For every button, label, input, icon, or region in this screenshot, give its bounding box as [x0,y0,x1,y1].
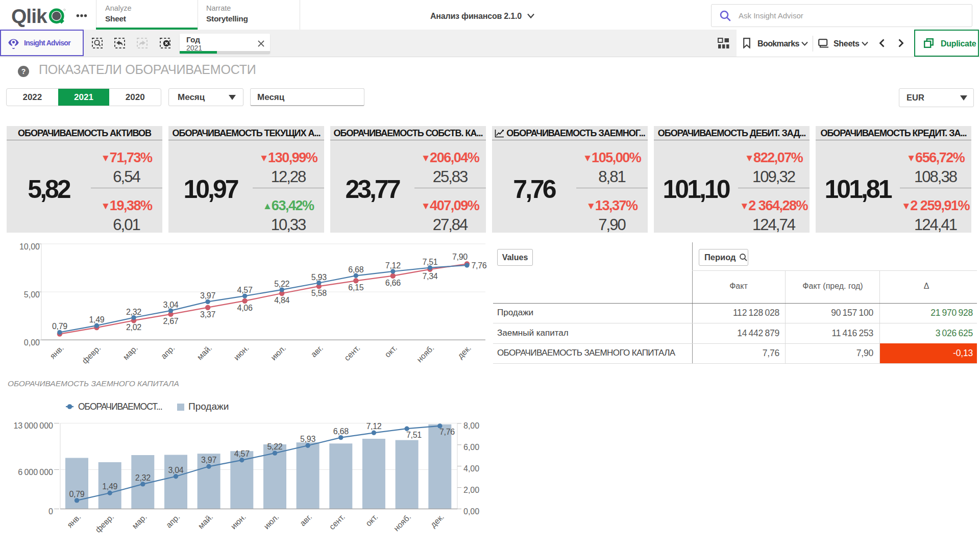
svg-text:5,00: 5,00 [24,290,40,299]
svg-text:июл.: июл. [269,343,287,362]
svg-text:7,12: 7,12 [366,422,381,431]
svg-text:7,34: 7,34 [422,272,437,281]
svg-text:2,67: 2,67 [163,317,179,325]
svg-text:0,00: 0,00 [24,338,40,347]
svg-text:2,32: 2,32 [126,308,141,316]
svg-text:2,02: 2,02 [126,323,141,332]
svg-text:февр.: февр. [93,512,115,534]
svg-text:1,49: 1,49 [102,482,117,491]
svg-text:0,00: 0,00 [463,507,479,516]
svg-text:0,79: 0,79 [69,490,85,498]
svg-text:0: 0 [48,507,53,516]
svg-text:нояб.: нояб. [392,512,412,533]
svg-text:5,58: 5,58 [311,289,327,297]
svg-text:6,68: 6,68 [333,427,349,436]
svg-text:3,97: 3,97 [201,456,216,464]
svg-text:апр.: апр. [159,343,177,361]
svg-text:7,51: 7,51 [406,431,422,439]
svg-text:май.: май. [197,512,215,531]
svg-text:5,22: 5,22 [267,442,283,451]
svg-text:июн.: июн. [232,343,251,362]
svg-text:окт.: окт. [364,512,379,528]
svg-text:дек.: дек. [429,512,446,529]
svg-text:1,49: 1,49 [89,315,104,324]
svg-text:мар.: мар. [121,343,140,362]
svg-text:6,00: 6,00 [463,443,479,452]
svg-text:авг.: авг. [309,343,325,359]
svg-text:3,97: 3,97 [200,291,215,300]
svg-text:7,51: 7,51 [422,258,437,266]
svg-text:6,68: 6,68 [348,265,363,274]
svg-text:4,57: 4,57 [234,449,250,458]
svg-text:6,66: 6,66 [385,279,401,287]
svg-text:3,37: 3,37 [200,310,215,319]
svg-text:янв.: янв. [65,512,83,530]
svg-text:4,06: 4,06 [237,304,253,312]
svg-text:6 000 000: 6 000 000 [18,468,53,477]
svg-text:4,00: 4,00 [463,464,479,473]
svg-text:10,00: 10,00 [19,242,40,251]
svg-text:июн.: июн. [229,512,248,531]
svg-text:апр.: апр. [164,512,182,530]
svg-text:3,04: 3,04 [163,300,179,309]
svg-text:2,32: 2,32 [135,473,151,482]
svg-text:май.: май. [195,343,214,362]
svg-text:5,93: 5,93 [300,435,315,443]
svg-text:дек.: дек. [456,343,473,360]
svg-text:3,04: 3,04 [168,466,184,474]
svg-text:сент.: сент. [328,512,347,531]
svg-text:6,15: 6,15 [348,283,363,292]
svg-text:7,76: 7,76 [439,428,455,436]
svg-text:февр.: февр. [80,343,102,365]
svg-text:2,00: 2,00 [463,486,479,494]
svg-text:4,57: 4,57 [237,286,253,294]
svg-text:0,79: 0,79 [52,322,67,331]
svg-text:сент.: сент. [342,343,361,362]
svg-text:5,93: 5,93 [311,273,327,282]
svg-text:7,76: 7,76 [471,261,486,270]
svg-text:Qlik: Qlik [11,5,47,27]
svg-text:5,22: 5,22 [274,280,289,288]
svg-text:мар.: мар. [130,512,149,531]
svg-text:июл.: июл. [262,512,280,531]
svg-text:13 000 000: 13 000 000 [13,421,53,430]
svg-text:янв.: янв. [48,343,65,361]
svg-text:авг.: авг. [298,512,313,528]
svg-text:7,12: 7,12 [385,261,401,270]
svg-text:окт.: окт. [383,343,398,359]
svg-text:7,90: 7,90 [452,253,468,261]
svg-text:нояб.: нояб. [415,343,435,364]
svg-text:8,00: 8,00 [463,421,479,430]
svg-text:4,84: 4,84 [274,296,289,305]
